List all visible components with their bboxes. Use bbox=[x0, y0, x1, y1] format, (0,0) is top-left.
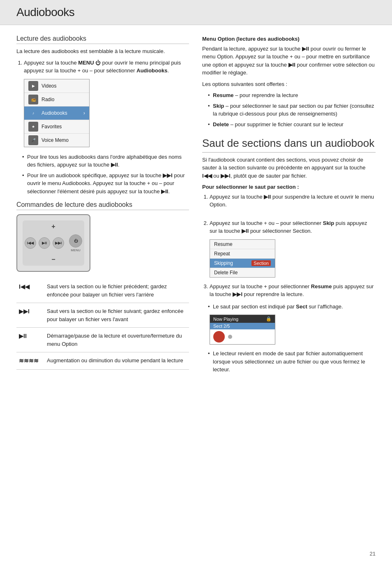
skip-item-skipping: Skipping Section bbox=[210, 259, 275, 268]
left-column: Lecture des audiobooks La lecture des au… bbox=[16, 35, 189, 378]
control-row-vol: ≋≋≋≋ Augmentation ou diminution du volum… bbox=[16, 352, 189, 370]
np-header: Now Playing 🔒 bbox=[210, 315, 275, 323]
audiobooks-bold: Audiobooks bbox=[136, 67, 167, 74]
steps-list: Appuyez sur la touche MENU ⏻ pour ouvrir… bbox=[24, 59, 189, 75]
skip-value-section: Section bbox=[251, 260, 271, 266]
right-steps-list: Appuyez sur la touche ▶II pour suspendre… bbox=[210, 193, 376, 209]
control-symbol-next: ▶▶I bbox=[16, 303, 44, 328]
menu-item-favorites: ★ Favorites bbox=[24, 120, 89, 134]
option-delete: Delete – pour supprimer le fichier coura… bbox=[208, 120, 376, 129]
skip-item-resume: Resume bbox=[210, 240, 275, 249]
sect-bullet-list: Le saut par section est indiqué par Sect… bbox=[208, 303, 376, 311]
option-resume: Resume – pour reprendre la lecture bbox=[208, 91, 376, 100]
auto-bullet-list: Le lecteur revient en mode de saut par f… bbox=[208, 350, 376, 374]
control-desc-prev: Saut vers la section ou le fichier précé… bbox=[44, 278, 189, 303]
control-symbol-vol: ≋≋≋≋ bbox=[16, 352, 44, 370]
section2-big-title: Saut de sections dans un audiobook bbox=[202, 137, 376, 153]
option-skip: Skip – pour sélectionner le saut par sec… bbox=[208, 102, 376, 118]
section2-title: Commandes de lecture des audiobooks bbox=[16, 201, 189, 210]
menu-label-bold: MENU bbox=[78, 60, 94, 66]
control-desc-next: Saut vers la section ou le fichier suiva… bbox=[44, 303, 189, 328]
menu-text-label: MENU bbox=[71, 248, 81, 252]
voicememo-icon: 🎤 bbox=[28, 135, 38, 145]
skip-label-resume: Resume bbox=[214, 241, 233, 247]
page-header: Audiobooks bbox=[0, 0, 392, 25]
menu-item-radio: 📻 Radio bbox=[24, 93, 89, 107]
skip-item-delete: Delete File bbox=[210, 268, 275, 277]
bullet-2: Pour lire un audiobook spécifique, appuy… bbox=[22, 171, 189, 196]
page: Audiobooks Lecture des audiobooks La lec… bbox=[0, 0, 392, 565]
menu-item-voicememo: 🎤 Voice Memo bbox=[24, 134, 89, 147]
power-button: ⏻ bbox=[69, 234, 82, 248]
device-mockup: + I◀◀ ▶II ▶▶I ⏻ MENU − bbox=[16, 214, 90, 272]
skip-label-repeat: Repeat bbox=[214, 251, 230, 257]
bullets-list: Pour lire tous les audiobooks dans l'ord… bbox=[22, 153, 189, 196]
skip-label-skipping: Skipping bbox=[214, 260, 233, 266]
bullet-1: Pour lire tous les audiobooks dans l'ord… bbox=[22, 153, 189, 169]
controls-table: I◀◀ Saut vers la section ou le fichier p… bbox=[16, 278, 189, 370]
menu-label-videos: Videos bbox=[42, 83, 56, 89]
menu-option-label: Menu Option (lecture des audiobooks) bbox=[202, 35, 376, 43]
options-list: Resume – pour reprendre la lecture Skip … bbox=[208, 91, 376, 128]
np-dot bbox=[228, 335, 232, 339]
audiobooks-icon: ♪ bbox=[28, 108, 38, 118]
sect-bullet: Le saut par section est indiqué par Sect… bbox=[208, 303, 376, 311]
device-inner: + I◀◀ ▶II ▶▶I ⏻ MENU − bbox=[23, 220, 84, 266]
next-button: ▶▶I bbox=[53, 237, 64, 249]
right-steps-list-2: Appuyez sur la touche + ou – pour sélect… bbox=[210, 219, 376, 235]
options-intro: Les options suivantes sont offertes : bbox=[202, 80, 376, 88]
np-sect-label: Sect 2/5 bbox=[210, 323, 275, 329]
np-header-label: Now Playing bbox=[213, 317, 238, 322]
control-symbol-prev: I◀◀ bbox=[16, 278, 44, 303]
skip-menu-mockup: Resume Repeat Skipping Section Delete Fi… bbox=[210, 239, 275, 278]
section1-title: Lecture des audiobooks bbox=[16, 35, 189, 44]
np-disc bbox=[213, 331, 225, 343]
right-column: Menu Option (lecture des audiobooks) Pen… bbox=[202, 35, 376, 378]
subsection-label: Pour sélectionner le saut par section : bbox=[202, 183, 376, 191]
right-step-3: Appuyez sur la touche + pour sélectionne… bbox=[210, 282, 376, 299]
menu-option-text: Pendant la lecture, appuyez sur la touch… bbox=[202, 45, 376, 77]
section1-intro: La lecture des audiobooks est semblable … bbox=[16, 47, 189, 56]
auto-bullet: Le lecteur revient en mode de saut par f… bbox=[208, 350, 376, 374]
right-steps-list-3: Appuyez sur la touche + pour sélectionne… bbox=[210, 282, 376, 299]
control-desc-play: Démarrage/pause de la lecture et ouvertu… bbox=[44, 328, 189, 352]
skip-label-delete: Delete File bbox=[214, 270, 238, 276]
menu-item-videos: ▶ Videos bbox=[24, 79, 89, 93]
menu-label-radio: Radio bbox=[42, 97, 54, 102]
menu-item-audiobooks: ♪ Audiobooks › bbox=[24, 107, 89, 120]
audiobooks-arrow: › bbox=[83, 110, 85, 116]
section2-intro: Si l'audiobook courant contient des sect… bbox=[202, 156, 376, 180]
minus-symbol: − bbox=[51, 256, 55, 263]
right-step-2: Appuyez sur la touche + ou – pour sélect… bbox=[210, 219, 376, 235]
control-row-prev: I◀◀ Saut vers la section ou le fichier p… bbox=[16, 278, 189, 303]
menu-mockup: ▶ Videos 📻 Radio ♪ Audiobooks › ★ Favori… bbox=[24, 79, 90, 147]
control-symbol-play: ▶II bbox=[16, 328, 44, 352]
play-pause-button: ▶II bbox=[39, 237, 50, 249]
page-number: 21 bbox=[370, 551, 376, 557]
main-content: Lecture des audiobooks La lecture des au… bbox=[16, 35, 376, 378]
control-row-next: ▶▶I Saut vers la section ou le fichier s… bbox=[16, 303, 189, 328]
page-title: Audiobooks bbox=[16, 6, 74, 19]
menu-label-favorites: Favorites bbox=[42, 124, 62, 130]
videos-icon: ▶ bbox=[28, 81, 38, 91]
radio-icon: 📻 bbox=[28, 95, 38, 104]
menu-label-audiobooks: Audiobooks bbox=[42, 110, 67, 116]
favorites-icon: ★ bbox=[28, 122, 38, 132]
np-lock-icon: 🔒 bbox=[266, 316, 272, 322]
menu-label-voicememo: Voice Memo bbox=[42, 137, 69, 143]
control-desc-vol: Augmentation ou diminution du volume pen… bbox=[44, 352, 189, 370]
device-controls: I◀◀ ▶II ▶▶I ⏻ MENU bbox=[25, 234, 82, 252]
now-playing-box: Now Playing 🔒 Sect 2/5 bbox=[210, 315, 275, 345]
np-body bbox=[210, 329, 275, 344]
skip-item-repeat: Repeat bbox=[210, 249, 275, 259]
step-1: Appuyez sur la touche MENU ⏻ pour ouvrir… bbox=[24, 59, 189, 75]
right-step-1: Appuyez sur la touche ▶II pour suspendre… bbox=[210, 193, 376, 209]
plus-symbol: + bbox=[51, 223, 55, 230]
control-row-play: ▶II Démarrage/pause de la lecture et ouv… bbox=[16, 328, 189, 352]
prev-button: I◀◀ bbox=[25, 237, 36, 249]
